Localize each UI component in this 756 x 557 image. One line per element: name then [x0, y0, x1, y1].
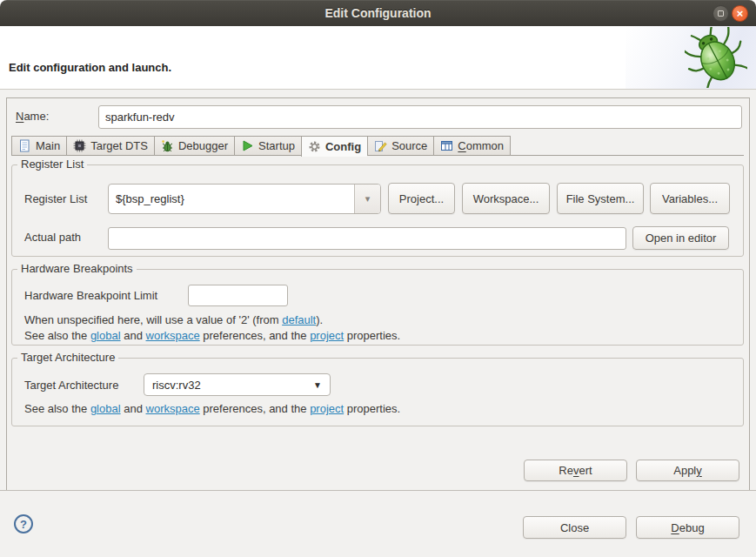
workspace-button[interactable]: Workspace... — [462, 183, 550, 214]
debug-bug-logo-icon — [685, 27, 747, 91]
tab-target-dts[interactable]: Target DTS — [66, 136, 154, 156]
tab-main[interactable]: Main — [11, 136, 66, 156]
file-system-button[interactable]: File System... — [557, 183, 644, 214]
name-label: Name: — [16, 110, 49, 123]
revert-button[interactable]: Revert — [524, 460, 627, 481]
hw-breakpoint-note: When unspecified here, will use a value … — [24, 313, 323, 326]
global-preferences-link[interactable]: global — [90, 329, 121, 342]
edit-configuration-dialog: Edit Configuration × Edit configuration … — [0, 0, 756, 557]
hw-see-also-note: See also the global and workspace prefer… — [24, 329, 400, 342]
tab-bar: Main Target DTS — [11, 136, 744, 156]
variables-button[interactable]: Variables... — [650, 183, 730, 214]
document-icon — [18, 139, 31, 152]
help-icon: ? — [20, 518, 27, 531]
tab-source-label: Source — [391, 139, 427, 152]
workspace-preferences-link[interactable]: workspace — [146, 402, 200, 415]
apply-button[interactable]: Apply — [636, 460, 739, 481]
hw-breakpoint-limit-label: Hardware Breakpoint Limit — [24, 289, 157, 302]
maximize-button[interactable] — [713, 5, 729, 22]
titlebar[interactable]: Edit Configuration × — [0, 0, 756, 26]
tab-common-label: Common — [458, 139, 504, 152]
project-properties-link[interactable]: project — [310, 402, 344, 415]
ta-see-also-note: See also the global and workspace prefer… — [24, 402, 400, 415]
name-input[interactable] — [98, 105, 742, 129]
default-link[interactable]: default — [282, 313, 316, 326]
chevron-down-icon: ▾ — [365, 193, 371, 205]
banner-message: Edit configuration and launch. — [9, 61, 171, 74]
bug-icon — [161, 139, 174, 152]
workspace-preferences-link[interactable]: workspace — [146, 329, 200, 342]
window-title: Edit Configuration — [324, 6, 431, 20]
tab-common[interactable]: Common — [433, 136, 511, 156]
help-button[interactable]: ? — [14, 514, 33, 534]
hw-breakpoint-limit-input[interactable] — [188, 285, 288, 306]
target-architecture-group-title: Target Architecture — [17, 352, 118, 364]
target-architecture-label: Target Architecture — [24, 379, 118, 392]
target-architecture-dropdown[interactable]: riscv:rv32 ▼ — [144, 373, 331, 396]
actual-path-input[interactable] — [108, 227, 626, 250]
maximize-icon — [718, 10, 724, 17]
source-icon — [374, 139, 387, 152]
table-icon — [440, 139, 453, 152]
register-list-combo: ▾ — [108, 184, 381, 214]
actual-path-label: Actual path — [24, 231, 81, 244]
dropdown-arrow-icon: ▼ — [313, 380, 322, 390]
tab-debugger[interactable]: Debugger — [154, 136, 234, 156]
tab-main-label: Main — [36, 139, 60, 152]
debug-button[interactable]: Debug — [636, 516, 739, 539]
register-list-combo-input[interactable] — [109, 185, 354, 213]
chip-icon — [73, 139, 86, 152]
button-bar-separator — [0, 490, 756, 491]
close-icon: × — [737, 8, 744, 19]
close-window-button[interactable]: × — [732, 5, 748, 22]
tab-startup-label: Startup — [258, 139, 295, 152]
global-preferences-link[interactable]: global — [90, 402, 121, 415]
tab-target-dts-label: Target DTS — [90, 139, 148, 152]
tab-config-label: Config — [325, 140, 361, 153]
tab-startup[interactable]: Startup — [234, 136, 301, 156]
close-button[interactable]: Close — [523, 516, 626, 539]
play-icon — [241, 139, 254, 152]
tab-source[interactable]: Source — [367, 136, 433, 156]
project-properties-link[interactable]: project — [310, 329, 344, 342]
register-list-field-label: Register List — [24, 192, 87, 205]
tab-debugger-label: Debugger — [178, 139, 228, 152]
hardware-breakpoints-group-title: Hardware Breakpoints — [17, 263, 137, 275]
register-list-combo-dropdown-button[interactable]: ▾ — [354, 185, 380, 213]
header-banner: Edit configuration and launch. — [0, 26, 756, 90]
project-button[interactable]: Project... — [388, 183, 455, 214]
register-list-group-title: Register List — [17, 158, 87, 171]
open-in-editor-button[interactable]: Open in editor — [632, 226, 729, 250]
tab-config[interactable]: Config — [301, 136, 367, 157]
target-architecture-group — [11, 358, 744, 426]
gear-icon — [308, 140, 321, 153]
